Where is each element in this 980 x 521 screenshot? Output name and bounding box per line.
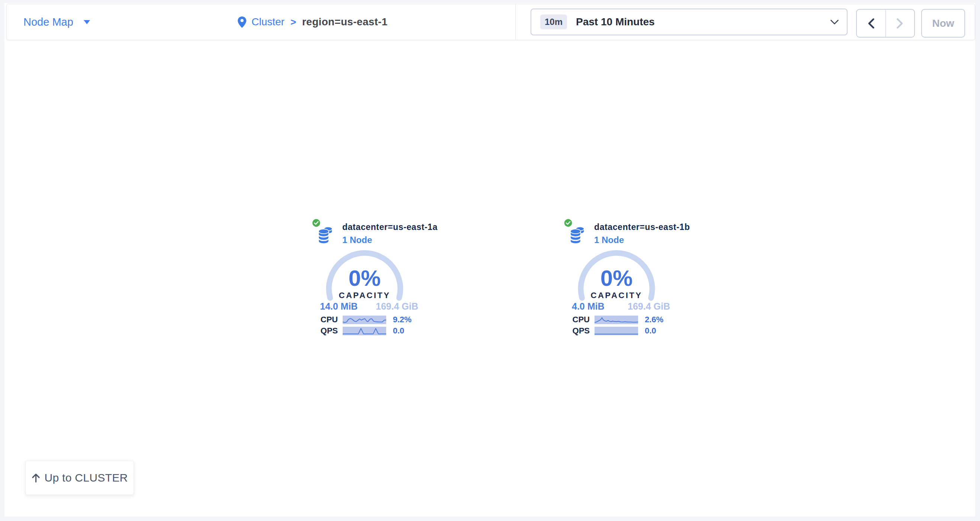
time-range-label: Past 10 Minutes: [576, 16, 655, 28]
cpu-sparkline: [595, 315, 638, 324]
qps-value: 0.0: [645, 326, 656, 336]
view-picker-label: Node Map: [24, 16, 73, 28]
datacenter-group-us-east-1a[interactable]: datacenter=us-east-1a 1 Node 0% CAPACITY…: [313, 218, 443, 346]
database-stack-icon: [318, 226, 333, 245]
qps-sparkline: [595, 327, 638, 335]
breadcrumb-current-location: region=us-east-1: [302, 16, 388, 28]
time-step-back-button[interactable]: [857, 10, 886, 37]
chevron-right-icon: [897, 18, 903, 29]
qps-value: 0.0: [393, 326, 404, 336]
cpu-label: CPU: [565, 315, 590, 325]
time-step-forward-button[interactable]: [886, 10, 915, 37]
datacenter-group-us-east-1b[interactable]: datacenter=us-east-1b 1 Node 0% CAPACITY…: [565, 218, 695, 346]
cpu-value: 9.2%: [393, 315, 412, 325]
view-picker-dropdown[interactable]: Node Map: [24, 4, 90, 40]
time-step-buttons: [856, 9, 915, 38]
capacity-used: 4.0 MiB: [572, 301, 605, 312]
caret-down-icon: [84, 20, 90, 24]
arrow-up-icon: [32, 473, 40, 483]
capacity-available: 169.4 GiB: [628, 301, 670, 312]
capacity-values: 14.0 MiB 169.4 GiB: [320, 301, 418, 312]
header-bar: Node Map Cluster > region=us-east-1 10m …: [6, 4, 975, 40]
breadcrumb: Cluster > region=us-east-1: [238, 4, 388, 40]
now-button[interactable]: Now: [921, 9, 965, 38]
capacity-label: CAPACITY: [576, 291, 657, 300]
node-map-canvas: [5, 3, 975, 516]
capacity-available: 169.4 GiB: [376, 301, 418, 312]
cpu-metric-row: CPU 9.2%: [313, 315, 431, 324]
up-to-cluster-button[interactable]: Up to CLUSTER: [25, 461, 134, 495]
time-range-badge: 10m: [540, 14, 567, 29]
datacenter-name: datacenter=us-east-1b: [594, 222, 690, 232]
time-range-dropdown[interactable]: 10m Past 10 Minutes: [531, 8, 848, 35]
qps-metric-row: QPS 0.0: [565, 327, 684, 335]
cpu-metric-row: CPU 2.6%: [565, 315, 684, 324]
datacenter-node-count: 1 Node: [342, 235, 372, 245]
chevron-down-icon: [830, 20, 838, 25]
up-to-cluster-label: Up to CLUSTER: [45, 472, 128, 484]
qps-metric-row: QPS 0.0: [313, 327, 431, 335]
qps-sparkline: [343, 327, 386, 335]
location-pin-icon: [238, 16, 246, 28]
cpu-sparkline: [343, 315, 386, 324]
breadcrumb-cluster-link[interactable]: Cluster: [251, 16, 285, 28]
database-stack-icon: [570, 226, 585, 245]
qps-label: QPS: [313, 326, 338, 336]
chevron-left-icon: [868, 18, 874, 29]
capacity-values: 4.0 MiB 169.4 GiB: [572, 301, 670, 312]
capacity-label: CAPACITY: [324, 291, 406, 300]
datacenter-name: datacenter=us-east-1a: [342, 222, 438, 232]
cpu-label: CPU: [313, 315, 338, 325]
breadcrumb-separator: >: [291, 16, 296, 28]
datacenter-node-count: 1 Node: [594, 235, 624, 245]
capacity-percent: 0%: [576, 267, 657, 290]
cpu-value: 2.6%: [645, 315, 663, 325]
capacity-used: 14.0 MiB: [320, 301, 358, 312]
capacity-percent: 0%: [324, 267, 406, 290]
qps-label: QPS: [565, 326, 590, 336]
